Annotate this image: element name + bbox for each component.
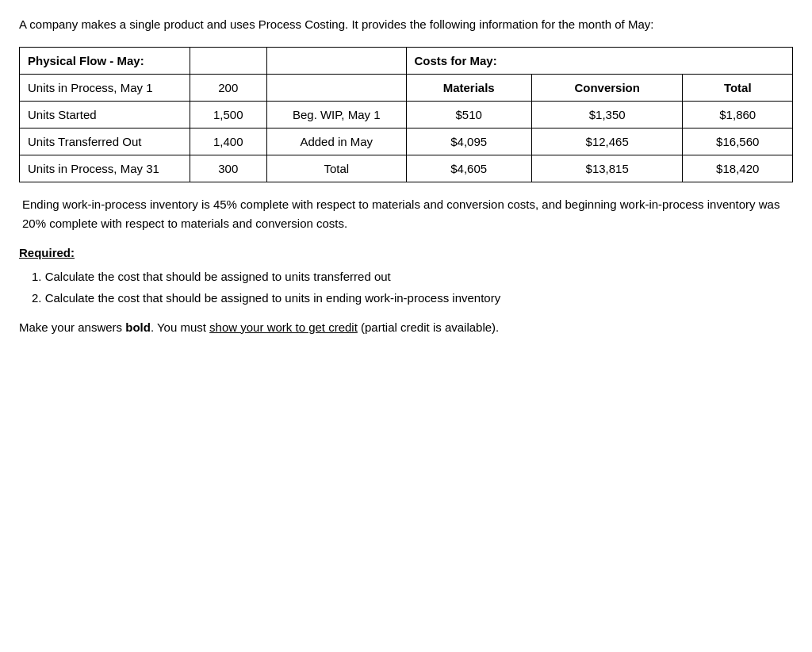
make-note-middle: . You must [151,320,209,334]
required-item-1: 1. Calculate the cost that should be ass… [32,266,793,287]
added-in-may-materials: $4,095 [406,128,531,155]
ending-note: Ending work-in-process inventory is 45% … [19,195,793,233]
required-item-2: 2. Calculate the cost that should be ass… [32,287,793,309]
total-label: Total [267,155,407,182]
total-materials: $4,605 [406,155,531,182]
empty-cell-1 [267,74,407,101]
beg-wip-materials: $510 [406,101,531,128]
added-in-may-label: Added in May [267,128,407,155]
units-in-process-may1-label: Units in Process, May 1 [20,74,190,101]
beg-wip-total: $1,860 [683,101,793,128]
required-label: Required: [19,246,793,259]
costs-header: Costs for May: [406,47,793,74]
total-conversion: $13,815 [531,155,683,182]
empty-header-1 [190,47,267,74]
col-total-header: Total [683,74,793,101]
added-in-may-total: $16,560 [683,128,793,155]
beg-wip-label: Beg. WIP, May 1 [267,101,407,128]
col-materials-header: Materials [406,74,531,101]
required-section: Required: 1. Calculate the cost that sho… [19,246,793,309]
added-in-may-conversion: $12,465 [531,128,683,155]
units-in-process-may1-value: 200 [190,74,267,101]
beg-wip-conversion: $1,350 [531,101,683,128]
make-note-bold: bold [125,320,151,334]
make-note-underline: show your work to get credit [209,320,358,334]
intro-paragraph: A company makes a single product and use… [19,16,793,34]
units-started-value: 1,500 [190,101,267,128]
physical-flow-header: Physical Flow - May: [20,47,190,74]
empty-header-2 [267,47,407,74]
total-total: $18,420 [683,155,793,182]
units-started-label: Units Started [20,101,190,128]
units-transferred-label: Units Transferred Out [20,128,190,155]
make-bold-note: Make your answers bold. You must show yo… [19,318,793,337]
units-process-may31-label: Units in Process, May 31 [20,155,190,182]
units-process-may31-value: 300 [190,155,267,182]
col-conversion-header: Conversion [531,74,683,101]
make-note-suffix: (partial credit is available). [358,320,499,334]
required-list: 1. Calculate the cost that should be ass… [19,266,793,309]
make-note-prefix: Make your answers [19,320,125,334]
main-table: Physical Flow - May: Costs for May: Unit… [19,47,793,182]
units-transferred-value: 1,400 [190,128,267,155]
